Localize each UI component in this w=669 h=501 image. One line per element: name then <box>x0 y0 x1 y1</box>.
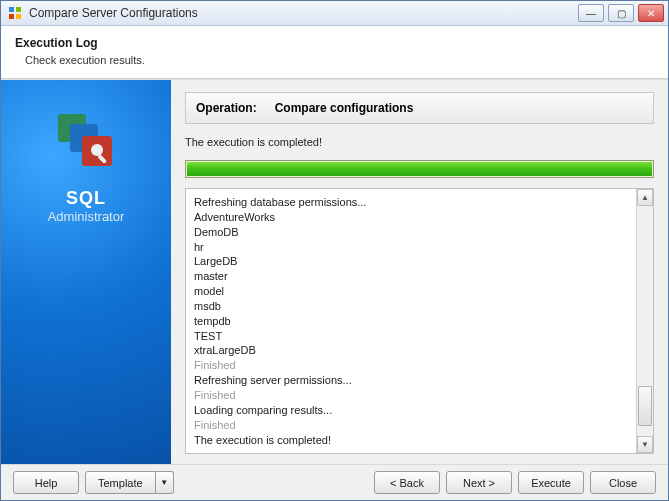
template-button[interactable]: Template <box>85 471 156 494</box>
template-button-group: Template ▼ <box>85 471 174 494</box>
log-line: Finished <box>194 388 628 403</box>
log-line: master <box>194 269 628 284</box>
status-message: The execution is completed! <box>185 134 654 150</box>
log-line: The execution is completed! <box>194 433 628 448</box>
footer: Help Template ▼ < Back Next > Execute Cl… <box>1 464 668 500</box>
scrollbar[interactable]: ▲ ▼ <box>636 189 653 453</box>
brand-line1: SQL <box>48 188 125 209</box>
log-line: msdb <box>194 299 628 314</box>
brand-text: SQL Administrator <box>48 188 125 224</box>
log-line: Finished <box>194 418 628 433</box>
log-line: model <box>194 284 628 299</box>
log-line: TEST <box>194 329 628 344</box>
window: Compare Server Configurations — ▢ ✕ Exec… <box>0 0 669 501</box>
execute-button[interactable]: Execute <box>518 471 584 494</box>
svg-rect-2 <box>9 14 14 19</box>
close-button[interactable]: Close <box>590 471 656 494</box>
log-line: tempdb <box>194 314 628 329</box>
titlebar[interactable]: Compare Server Configurations — ▢ ✕ <box>1 1 668 26</box>
window-title: Compare Server Configurations <box>29 6 578 20</box>
log-line: Finished <box>194 358 628 373</box>
scroll-down-button[interactable]: ▼ <box>637 436 653 453</box>
operation-label: Operation: <box>196 101 257 115</box>
log-line: AdventureWorks <box>194 210 628 225</box>
main-panel: Operation: Compare configurations The ex… <box>171 80 668 464</box>
progress-fill <box>187 162 652 176</box>
log-line: Refreshing server permissions... <box>194 373 628 388</box>
minimize-button[interactable]: — <box>578 4 604 22</box>
svg-rect-0 <box>9 7 14 12</box>
log-line: Loading comparing results... <box>194 403 628 418</box>
log-line: Refreshing database permissions... <box>194 195 628 210</box>
maximize-button[interactable]: ▢ <box>608 4 634 22</box>
scroll-thumb[interactable] <box>638 386 652 426</box>
close-window-button[interactable]: ✕ <box>638 4 664 22</box>
operation-box: Operation: Compare configurations <box>185 92 654 124</box>
next-button[interactable]: Next > <box>446 471 512 494</box>
operation-value: Compare configurations <box>275 101 414 115</box>
log-line: hr <box>194 240 628 255</box>
sidebar: SQL Administrator <box>1 80 171 464</box>
svg-rect-3 <box>16 14 21 19</box>
app-icon <box>7 5 23 21</box>
body-area: SQL Administrator Operation: Compare con… <box>1 79 668 464</box>
log-content[interactable]: Refreshing database permissions...Advent… <box>186 189 636 453</box>
log-line: DemoDB <box>194 225 628 240</box>
page-subtitle: Check execution results. <box>15 54 654 66</box>
brand-line2: Administrator <box>48 209 125 224</box>
scroll-up-button[interactable]: ▲ <box>637 189 653 206</box>
template-dropdown-button[interactable]: ▼ <box>156 471 174 494</box>
log-line: xtraLargeDB <box>194 343 628 358</box>
product-logo <box>50 110 122 174</box>
page-title: Execution Log <box>15 36 654 50</box>
log-box: Refreshing database permissions...Advent… <box>185 188 654 454</box>
back-button[interactable]: < Back <box>374 471 440 494</box>
svg-rect-1 <box>16 7 21 12</box>
help-button[interactable]: Help <box>13 471 79 494</box>
log-line: LargeDB <box>194 254 628 269</box>
header-panel: Execution Log Check execution results. <box>1 26 668 79</box>
scroll-track[interactable] <box>637 206 653 436</box>
svg-point-7 <box>91 144 103 156</box>
progress-bar <box>185 160 654 178</box>
